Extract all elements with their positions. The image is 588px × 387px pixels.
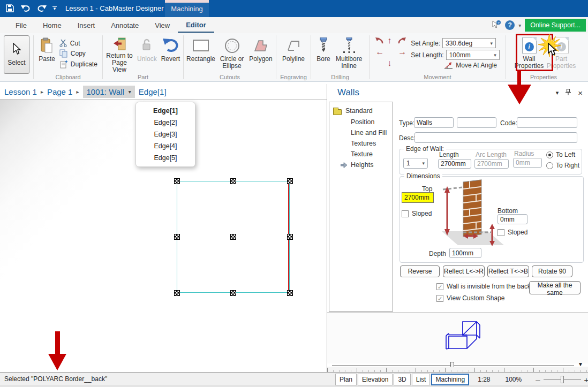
return-to-page-view-button[interactable]: Return to Page View (104, 35, 135, 73)
ribbon-group-part: Return to Page View Unlock Revert Part (103, 33, 183, 81)
tree-item-heights[interactable]: Heights (329, 161, 393, 169)
tab-file[interactable]: File (7, 19, 35, 32)
annotation-arrow-stem (517, 71, 521, 86)
desc-input[interactable] (414, 132, 577, 143)
revert-button[interactable]: Revert (159, 35, 182, 73)
move-at-angle-button[interactable]: Move At Angle (444, 62, 499, 69)
view-custom-shape-checkbox[interactable]: ✓ View Custom Shape (436, 294, 505, 302)
tree-item-line-and-fill[interactable]: Line and Fill (329, 129, 393, 136)
multibore-inline-button[interactable]: Multibore Inline (333, 35, 366, 73)
bore-button[interactable]: Bore (314, 35, 332, 73)
view-tab-list[interactable]: List (412, 374, 431, 385)
zoom-slider-track[interactable] (544, 380, 581, 380)
to-right-radio[interactable]: To Right (546, 162, 579, 169)
handle-mid-left[interactable] (174, 234, 180, 240)
edge-menu-item[interactable]: Edge[3] (136, 128, 195, 140)
bottom-height-input[interactable] (497, 214, 527, 224)
rectangle-tool-button[interactable]: Rectangle (185, 35, 217, 73)
help-icon[interactable]: ? (505, 20, 515, 30)
reverse-button[interactable]: Reverse (400, 265, 440, 277)
customize-toolbar-icon[interactable]: ▾ (52, 6, 57, 10)
sloped-bottom-checkbox[interactable]: Sloped (497, 229, 527, 236)
handle-top-mid[interactable] (230, 178, 236, 184)
radius-input (513, 158, 542, 168)
tree-item-textures[interactable]: Textures (329, 140, 393, 147)
breadcrumb-page[interactable]: Page 1 (47, 87, 73, 96)
edge-menu-item[interactable]: Edge[5] (136, 152, 195, 164)
edge-dropdown-menu: Edge[1] Edge[2] Edge[3] Edge[4] Edge[5] (135, 102, 195, 167)
edge-menu-item[interactable]: Edge[1] (136, 105, 195, 117)
tree-item-position[interactable]: Position (329, 118, 393, 126)
breadcrumb-separator-icon: ▸ (76, 89, 79, 95)
breadcrumb-edge[interactable]: Edge[1] (139, 87, 167, 96)
tree-item-texture[interactable]: Texture (329, 150, 393, 158)
zoom-out-icon[interactable]: – (536, 375, 540, 384)
online-support-button[interactable]: Online Support... (525, 19, 586, 32)
move-right-icon[interactable]: → (398, 47, 406, 57)
depth-input[interactable] (449, 248, 481, 258)
document-tab-machining[interactable]: Machining (165, 0, 209, 17)
tab-annotate[interactable]: Annotate (103, 19, 147, 32)
rotate-ccw-icon[interactable] (375, 37, 383, 47)
view-tab-machining[interactable]: Machining (431, 374, 469, 385)
circle-icon (225, 36, 239, 55)
invisible-back-checkbox[interactable]: ✓ Wall is invisible from the back (436, 283, 531, 290)
edge-number-combo[interactable]: 1 ▾ (403, 158, 428, 169)
polyline-tool-button[interactable]: Polyline (280, 35, 307, 73)
reflect-tb-button[interactable]: Reflect T<->B (487, 265, 529, 277)
cut-button[interactable]: Cut (59, 39, 97, 47)
type-input[interactable] (414, 117, 454, 128)
handle-center[interactable] (230, 234, 236, 240)
tab-insert[interactable]: Insert (70, 19, 103, 32)
paste-button[interactable]: Paste (36, 35, 57, 73)
length-input[interactable] (438, 159, 471, 169)
redo-icon[interactable] (36, 3, 47, 13)
polygon-tool-button[interactable]: Polygon (247, 35, 275, 73)
handle-bottom-right[interactable] (287, 290, 293, 296)
to-left-radio[interactable]: To Left (546, 151, 575, 158)
select-tool-button[interactable]: Select (4, 35, 29, 74)
undo-icon[interactable] (20, 3, 31, 13)
code-input[interactable] (517, 117, 577, 128)
breadcrumb-lesson[interactable]: Lesson 1 (4, 87, 37, 96)
tab-view[interactable]: View (147, 19, 178, 32)
save-icon[interactable] (4, 3, 15, 13)
sloped-top-checkbox[interactable]: Sloped (402, 210, 432, 217)
handle-bottom-mid[interactable] (230, 290, 236, 296)
reflect-lr-button[interactable]: Reflect L<->R (443, 265, 485, 277)
panel-menu-icon[interactable]: ▾ (556, 89, 559, 96)
zoom-in-icon[interactable]: + (584, 375, 588, 384)
handle-top-left[interactable] (174, 178, 180, 184)
help-cursor-icon[interactable]: ? (492, 20, 501, 31)
view-tab-elevation[interactable]: Elevation (358, 374, 393, 385)
view-tab-3d[interactable]: 3D (394, 374, 410, 385)
handle-top-right[interactable] (287, 178, 293, 184)
zoom-slider-handle[interactable] (561, 376, 564, 383)
move-left-icon[interactable]: ← (375, 47, 384, 57)
move-up-icon[interactable]: ↑ (387, 36, 391, 45)
move-down-icon[interactable]: ↓ (387, 58, 391, 68)
top-height-input[interactable] (402, 192, 434, 203)
edge-menu-item[interactable]: Edge[2] (136, 117, 195, 128)
handle-mid-right[interactable] (287, 234, 293, 240)
rotate-cw-icon[interactable] (398, 37, 406, 47)
circle-ellipse-tool-button[interactable]: Circle or Ellipse (217, 35, 247, 73)
set-length-combo[interactable]: 100mm ▾ (446, 50, 500, 60)
unlock-button[interactable]: Unlock (135, 35, 159, 73)
help-chevron-icon[interactable]: ▾ (518, 22, 521, 28)
set-angle-combo[interactable]: 330.6deg ▾ (442, 38, 496, 48)
pin-icon[interactable] (566, 89, 571, 97)
view-tab-plan[interactable]: Plan (335, 374, 357, 385)
tab-editor[interactable]: Editor (178, 18, 214, 33)
copy-button[interactable]: Copy (59, 49, 97, 58)
handle-bottom-left[interactable] (174, 290, 180, 296)
edge-menu-item[interactable]: Edge[4] (136, 140, 195, 152)
duplicate-button[interactable]: Duplicate (59, 60, 97, 69)
close-icon[interactable]: × (578, 90, 583, 96)
rotate-90-button[interactable]: Rotate 90 (532, 265, 572, 277)
make-all-same-button[interactable]: Make all the same (529, 281, 581, 294)
type-secondary-input[interactable] (457, 117, 496, 128)
tree-item-standard[interactable]: Standard (329, 107, 393, 115)
tab-home[interactable]: Home (35, 19, 70, 32)
breadcrumb-wall-dropdown[interactable]: 1001: Wall ▾ (83, 86, 135, 98)
